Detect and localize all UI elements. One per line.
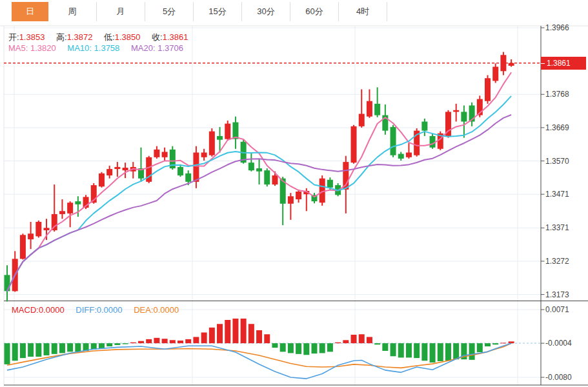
dea-value: 0.0000 [154,305,179,315]
price-axis-label: 1.3371 [545,223,569,233]
macd-axis-label: 0.0071 [545,304,569,315]
macd-value: 0.0000 [39,305,65,315]
close-label: 收: [152,32,163,42]
high-value: 1.3872 [67,32,93,42]
diff-value: 0.0000 [97,305,123,315]
open-value: 1.3853 [19,32,45,42]
forex-candlestick-app: 日 周 月 5分 15分 30分 60分 4时 开:1.3853 高:1.387… [0,0,588,387]
macd-legend: MACD:0.0000 DIFF:0.0000 DEA:0.0000 [12,305,188,315]
macd-label: MACD: [12,305,39,315]
ma20-label: MA20: [131,43,156,53]
close-value: 1.3861 [163,32,188,42]
ma5-label: MA5: [8,43,28,53]
candlestick-chart-canvas[interactable] [0,0,588,387]
ma-legend: MA5: 1.3820 MA10: 1.3758 MA20: 1.3706 [8,43,192,53]
price-axis-label: 1.3272 [545,256,569,266]
ma20-value: 1.3706 [157,43,183,53]
macd-axis-label: -0.0004 [545,338,572,348]
macd-axis-label: -0.0080 [545,372,572,382]
ma10-value: 1.3758 [94,43,120,53]
price-axis-label: 1.3768 [545,89,569,99]
price-axis-label: 1.3173 [545,290,569,300]
price-axis-label: 1.3966 [545,23,569,33]
price-axis-label: 1.3570 [545,156,569,166]
low-value: 1.3850 [115,32,141,42]
open-label: 开: [8,32,19,42]
dea-label: DEA: [134,305,153,315]
diff-label: DIFF: [76,305,97,315]
price-axis-label: 1.3669 [545,123,569,133]
ohlc-legend: 开:1.3853 高:1.3872 低:1.3850 收:1.3861 [8,32,197,43]
ma10-label: MA10: [67,43,92,53]
low-label: 低: [104,32,115,42]
ma5-value: 1.3820 [30,43,56,53]
price-axis-label: 1.3471 [545,189,569,199]
high-label: 高: [56,32,67,42]
current-price-flag: 1.3861 [541,57,586,70]
